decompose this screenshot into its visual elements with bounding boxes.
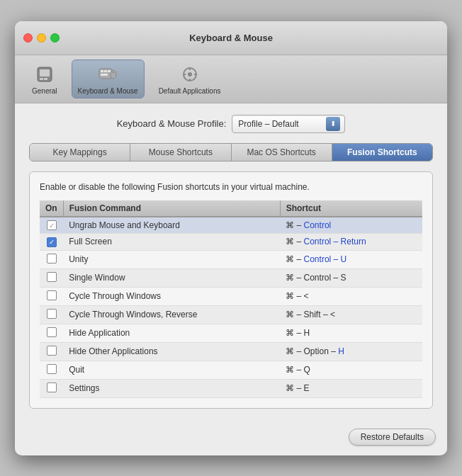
keyboard-mouse-icon — [96, 63, 119, 86]
content-area: Keyboard & Mouse Profile: Profile – Defa… — [15, 103, 447, 420]
checkbox-settings[interactable] — [47, 382, 57, 392]
profile-label: Keyboard & Mouse Profile: — [117, 118, 227, 129]
command-cell: Unity — [63, 250, 280, 268]
col-header-shortcut: Shortcut — [280, 200, 422, 217]
table-row: Single Window ⌘ – Control – S — [40, 268, 422, 287]
table-row: Unity ⌘ – Control – U — [40, 250, 422, 268]
default-apps-label: Default Applications — [159, 87, 221, 95]
checkbox-cell: ✓ — [40, 217, 63, 234]
command-cell: Cycle Through Windows, Reverse — [63, 305, 280, 324]
checkbox-cell — [40, 268, 63, 287]
general-label: General — [32, 87, 57, 95]
checkbox-cell — [40, 342, 63, 361]
toolbar-item-default-apps[interactable]: Default Applications — [153, 60, 227, 98]
svg-point-9 — [111, 70, 116, 79]
tab-mouse-shortcuts[interactable]: Mouse Shortcuts — [130, 144, 231, 161]
checkbox-cycle-windows-reverse[interactable] — [47, 309, 57, 319]
toolbar-item-general[interactable]: General — [26, 60, 63, 98]
checkbox-cell — [40, 324, 63, 342]
table-row: Hide Application ⌘ – H — [40, 324, 422, 342]
checkbox-single-window[interactable] — [47, 272, 57, 282]
toolbar-item-keyboard-mouse[interactable]: Keyboard & Mouse — [72, 60, 145, 98]
command-cell: Settings — [63, 379, 280, 397]
checkbox-quit[interactable] — [47, 364, 57, 374]
shortcut-cell: ⌘ – Control – Return — [280, 234, 422, 251]
svg-rect-2 — [40, 78, 43, 80]
checkbox-hide-other-apps[interactable] — [47, 346, 57, 356]
checkbox-cell: ✓ — [40, 234, 63, 251]
window-title: Keyboard & Mouse — [15, 33, 447, 43]
shortcuts-table: On Fusion Command Shortcut ✓ Ungrab Mous… — [40, 200, 422, 398]
checkbox-cell — [40, 361, 63, 379]
col-header-on: On — [40, 200, 63, 217]
shortcut-cell: ⌘ – Shift – < — [280, 305, 422, 324]
svg-rect-5 — [101, 70, 103, 72]
default-apps-icon — [179, 63, 201, 86]
shortcut-cell: ⌘ – Option – H — [280, 342, 422, 361]
svg-rect-6 — [104, 70, 107, 72]
table-row: Settings ⌘ – E — [40, 379, 422, 397]
main-window: Keyboard & Mouse General — [15, 21, 447, 455]
table-row: ✓ Ungrab Mouse and Keyboard ⌘ – Control — [40, 217, 422, 234]
table-row: Quit ⌘ – Q — [40, 361, 422, 379]
svg-rect-3 — [44, 78, 47, 80]
svg-rect-7 — [108, 70, 111, 72]
keyboard-mouse-label: Keyboard & Mouse — [78, 87, 138, 95]
checkbox-cell — [40, 287, 63, 305]
command-cell: Single Window — [63, 268, 280, 287]
table-row: ✓ Full Screen ⌘ – Control – Return — [40, 234, 422, 251]
checkbox-unity[interactable] — [47, 254, 57, 264]
table-row: Cycle Through Windows ⌘ – < — [40, 287, 422, 305]
shortcut-cell: ⌘ – E — [280, 379, 422, 397]
shortcut-cell: ⌘ – H — [280, 324, 422, 342]
checkbox-cell — [40, 250, 63, 268]
shortcut-cell: ⌘ – Control – S — [280, 268, 422, 287]
checkbox-ungrab[interactable]: ✓ — [47, 220, 57, 230]
title-bar: Keyboard & Mouse — [15, 21, 447, 55]
col-header-command: Fusion Command — [63, 200, 280, 217]
panel-description: Enable or disable the following Fusion s… — [40, 182, 422, 192]
restore-defaults-button[interactable]: Restore Defaults — [349, 429, 436, 446]
svg-rect-8 — [101, 74, 108, 76]
shortcut-cell: ⌘ – Control — [280, 217, 422, 234]
shortcut-cell: ⌘ – Control – U — [280, 250, 422, 268]
shortcut-cell: ⌘ – < — [280, 287, 422, 305]
checkbox-fullscreen[interactable]: ✓ — [47, 237, 57, 247]
select-arrow-icon: ⬍ — [326, 117, 340, 131]
profile-row: Keyboard & Mouse Profile: Profile – Defa… — [29, 115, 433, 133]
svg-point-12 — [188, 72, 192, 76]
command-cell: Hide Other Applications — [63, 342, 280, 361]
checkbox-cycle-windows[interactable] — [47, 290, 57, 300]
tab-key-mappings[interactable]: Key Mappings — [30, 144, 130, 161]
table-row: Hide Other Applications ⌘ – Option – H — [40, 342, 422, 361]
command-cell: Full Screen — [63, 234, 280, 251]
command-cell: Cycle Through Windows — [63, 287, 280, 305]
svg-rect-1 — [40, 69, 50, 76]
tab-fusion-shortcuts[interactable]: Fusion Shortcuts — [332, 144, 432, 161]
checkbox-cell — [40, 305, 63, 324]
profile-select[interactable]: Profile – Default ⬍ — [232, 115, 345, 133]
command-cell: Quit — [63, 361, 280, 379]
table-row: Cycle Through Windows, Reverse ⌘ – Shift… — [40, 305, 422, 324]
fusion-shortcuts-panel: Enable or disable the following Fusion s… — [29, 171, 433, 409]
command-cell: Ungrab Mouse and Keyboard — [63, 217, 280, 234]
command-cell: Hide Application — [63, 324, 280, 342]
profile-select-value: Profile – Default — [238, 119, 323, 129]
checkbox-cell — [40, 379, 63, 397]
checkbox-hide-app[interactable] — [47, 327, 57, 337]
toolbar: General Keyboard & Mouse — [15, 55, 447, 103]
tab-bar: Key Mappings Mouse Shortcuts Mac OS Shor… — [29, 143, 433, 162]
shortcut-cell: ⌘ – Q — [280, 361, 422, 379]
general-icon — [33, 63, 56, 86]
bottom-bar: Restore Defaults — [15, 420, 447, 455]
tab-macos-shortcuts[interactable]: Mac OS Shortcuts — [232, 144, 332, 161]
